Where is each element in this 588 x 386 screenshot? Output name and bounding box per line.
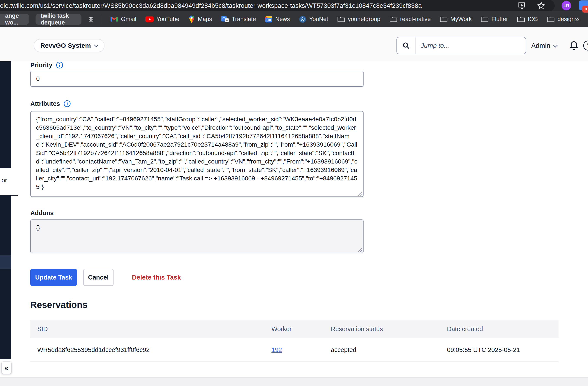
addons-label-text: Addons bbox=[30, 209, 54, 217]
attributes-textarea[interactable]: {"from_country":"CA","called":"+84969271… bbox=[30, 111, 363, 197]
user-menu-label: Admin bbox=[531, 42, 550, 50]
priority-label-text: Priority bbox=[30, 62, 52, 69]
bookmark-label: design bbox=[557, 16, 575, 23]
search-icon bbox=[402, 42, 410, 49]
bookmark-star-icon[interactable] bbox=[537, 1, 546, 10]
column-header-worker: Worker bbox=[272, 325, 331, 333]
folder-icon bbox=[481, 16, 488, 23]
bookmark-label: Flutter bbox=[491, 16, 508, 23]
bookmark-label: younetgroup bbox=[348, 16, 380, 23]
console-sidebar bbox=[0, 61, 11, 359]
sidebar-collapse-button[interactable]: « bbox=[1, 362, 12, 374]
bookmark-translate[interactable]: G A Translate bbox=[221, 16, 256, 23]
bookmark-label: react-native bbox=[400, 16, 431, 23]
bookmark-folder-ios[interactable]: IOS bbox=[517, 16, 538, 23]
bookmark-label: MyWork bbox=[450, 16, 472, 23]
folder-icon bbox=[547, 16, 555, 23]
textarea-resize-handle[interactable] bbox=[358, 191, 362, 196]
user-menu[interactable]: Admin bbox=[531, 42, 557, 50]
url-text: ole.twilio.com/us1/service/taskrouter/WS… bbox=[0, 2, 422, 9]
gmail-icon bbox=[110, 16, 118, 22]
sidebar-partial-label: or bbox=[1, 177, 7, 184]
younet-icon bbox=[299, 16, 306, 23]
sidebar-flyout-partial: or bbox=[0, 168, 18, 196]
folder-icon bbox=[337, 16, 345, 23]
reservation-status: accepted bbox=[331, 346, 447, 353]
news-icon: G bbox=[265, 16, 272, 23]
svg-text:A: A bbox=[226, 19, 228, 22]
bookmark-label: News bbox=[275, 16, 290, 23]
sidebar-active-item[interactable] bbox=[0, 255, 11, 269]
translate-icon: G A bbox=[221, 16, 229, 23]
reservations-table: SID Worker Reservation status Date creat… bbox=[30, 320, 559, 362]
chevron-down-icon bbox=[553, 43, 558, 47]
help-glyph: ? bbox=[587, 42, 588, 49]
install-app-icon[interactable] bbox=[517, 1, 526, 10]
search-icon-segment[interactable] bbox=[397, 37, 416, 54]
addons-label: Addons bbox=[30, 209, 54, 217]
bookmark-label: Translate bbox=[232, 16, 256, 23]
account-switcher[interactable]: RevvGO System bbox=[34, 39, 105, 52]
table-header-row: SID Worker Reservation status Date creat… bbox=[30, 320, 559, 338]
bookmarks-overflow-chevron[interactable]: » bbox=[575, 15, 579, 24]
bookmark-label: YouTube bbox=[156, 16, 179, 23]
page-footer-strip bbox=[0, 377, 588, 386]
info-icon[interactable] bbox=[56, 61, 63, 69]
bookmark-folder-mywork[interactable]: MyWork bbox=[440, 16, 472, 23]
attributes-label-text: Attributes bbox=[30, 100, 60, 107]
column-header-status: Reservation status bbox=[331, 325, 447, 333]
column-header-sid: SID bbox=[30, 325, 272, 333]
bookmark-youtube[interactable]: YouTube bbox=[145, 16, 179, 23]
account-name: RevvGO System bbox=[40, 42, 91, 49]
bookmark-maps[interactable]: Maps bbox=[189, 15, 212, 23]
bookmark-gmail[interactable]: Gmail bbox=[110, 16, 136, 23]
priority-input[interactable] bbox=[30, 71, 363, 87]
addons-textarea[interactable]: {} bbox=[30, 219, 363, 253]
extension-counter-badge: 0 bbox=[582, 6, 588, 13]
delete-task-link[interactable]: Delete this Task bbox=[132, 274, 181, 281]
bookmarks-bar: ange wo... twilio task dequeue Gmail You… bbox=[0, 11, 588, 27]
bookmarks-separator bbox=[101, 15, 101, 23]
tab-group-chip[interactable]: twilio task dequeue bbox=[36, 14, 82, 25]
bookmark-folder-react-native[interactable]: react-native bbox=[390, 16, 431, 23]
column-header-date: Date created bbox=[447, 325, 559, 333]
reservation-sid: WR5dda8f6255395dd1dccef931ff0f6c92 bbox=[30, 346, 272, 353]
bookmark-younet[interactable]: YouNet bbox=[299, 16, 328, 23]
priority-label: Priority bbox=[30, 61, 63, 69]
extension-lr-icon[interactable]: LR bbox=[562, 1, 571, 10]
address-bar[interactable]: ole.twilio.com/us1/service/taskrouter/WS… bbox=[0, 0, 555, 11]
folder-icon bbox=[390, 16, 397, 23]
apps-grid-icon[interactable] bbox=[88, 15, 94, 23]
jump-to-search[interactable] bbox=[397, 37, 526, 54]
folder-icon bbox=[440, 16, 448, 23]
bookmark-label: IOS bbox=[528, 16, 538, 23]
search-input[interactable] bbox=[416, 42, 525, 49]
table-row: WR5dda8f6255395dd1dccef931ff0f6c92 192 a… bbox=[30, 338, 559, 362]
update-task-button[interactable]: Update Task bbox=[30, 269, 77, 286]
bookmark-folder-flutter[interactable]: Flutter bbox=[481, 16, 508, 23]
bookmark-folder-design[interactable]: design bbox=[547, 16, 575, 23]
maps-icon bbox=[189, 15, 195, 23]
reservations-heading: Reservations bbox=[30, 300, 87, 310]
tab-group-chip[interactable]: ange wo... bbox=[0, 14, 29, 25]
textarea-resize-handle[interactable] bbox=[358, 248, 362, 252]
browser-toolbar: ole.twilio.com/us1/service/taskrouter/WS… bbox=[0, 0, 588, 11]
bookmark-label: Maps bbox=[198, 16, 212, 23]
bookmark-folder-younetgroup[interactable]: younetgroup bbox=[337, 16, 380, 23]
bookmark-news[interactable]: G News bbox=[265, 16, 290, 23]
folder-icon bbox=[517, 16, 525, 23]
notifications-bell-icon[interactable] bbox=[569, 40, 579, 51]
bookmark-label: YouNet bbox=[309, 16, 328, 23]
console-header: RevvGO System Admin ? bbox=[0, 27, 588, 61]
help-icon[interactable]: ? bbox=[583, 41, 588, 50]
bookmark-label: Gmail bbox=[121, 16, 136, 23]
chevron-down-icon bbox=[94, 43, 99, 47]
info-icon[interactable] bbox=[63, 100, 71, 107]
attributes-label: Attributes bbox=[30, 100, 71, 107]
svg-text:G: G bbox=[267, 18, 269, 22]
reservation-date-created: 09:05:55 UTC 2025-05-21 bbox=[447, 346, 559, 353]
youtube-icon bbox=[145, 16, 154, 22]
cancel-button[interactable]: Cancel bbox=[83, 269, 114, 286]
worker-link[interactable]: 192 bbox=[272, 346, 282, 353]
